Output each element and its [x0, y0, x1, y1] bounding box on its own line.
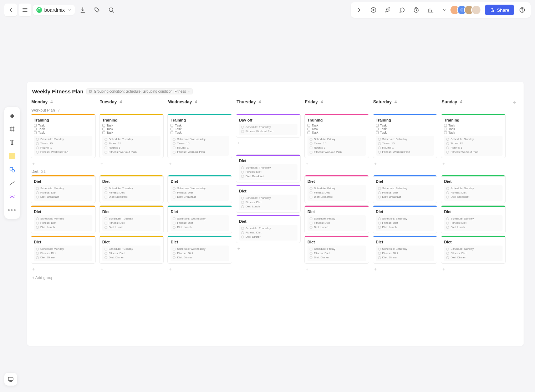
add-card[interactable]: +	[236, 140, 301, 146]
add-card[interactable]: +	[441, 160, 506, 167]
diet-card[interactable]: Diet Schedule: Thursday Fitness: Diet Di…	[236, 185, 301, 213]
training-card[interactable]: Training TaskTaskTask Schedule: Tuesday …	[99, 114, 164, 158]
diet-card[interactable]: Diet Schedule: Saturday Fitness: Diet Di…	[373, 205, 438, 233]
shape-tool[interactable]	[6, 164, 18, 175]
diet-card[interactable]: Diet Schedule: Monday Fitness: Diet Diet…	[31, 205, 96, 233]
add-card[interactable]: +	[99, 266, 164, 273]
diet-card[interactable]: Diet Schedule: Sunday Fitness: Diet Diet…	[441, 205, 506, 233]
connector-tool[interactable]	[6, 177, 18, 189]
diet-card[interactable]: Diet Schedule: Tuesday Fitness: Diet Die…	[99, 175, 164, 203]
column-header[interactable]: Monday 4	[31, 98, 96, 106]
comment-button[interactable]	[396, 4, 408, 16]
card-meta: Diet: Lunch	[310, 225, 364, 229]
frame-tool[interactable]	[6, 123, 18, 135]
add-card[interactable]: +	[373, 160, 438, 167]
column-header[interactable]: Sunday 4	[441, 98, 506, 106]
presentation-widget[interactable]	[4, 373, 17, 386]
training-card[interactable]: Training TaskTaskTask Schedule: Monday T…	[31, 114, 96, 158]
card-meta: Fitness: Diet	[173, 221, 227, 225]
column-header[interactable]: Tuesday 4	[99, 98, 164, 106]
diet-card[interactable]: Diet Schedule: Thursday Fitness: Diet Di…	[236, 215, 301, 243]
sticky-tool[interactable]	[6, 150, 18, 162]
add-card[interactable]: +	[373, 266, 438, 273]
shapes-tool[interactable]: ◆	[6, 110, 18, 121]
celebrate-button[interactable]	[381, 4, 394, 16]
grouping-condition[interactable]: Grouping condition: Schedule; Grouping c…	[86, 88, 193, 94]
training-card[interactable]: Training TaskTaskTask Schedule: Wednesda…	[167, 114, 232, 158]
training-card[interactable]: Training TaskTaskTask Schedule: Friday T…	[304, 114, 369, 158]
task-item: Task	[102, 131, 161, 134]
timer-button[interactable]	[410, 4, 423, 16]
day-column: Wednesday 4 Training TaskTaskTask Schedu…	[167, 98, 232, 273]
task-item: Task	[102, 124, 161, 127]
add-card[interactable]: +	[167, 266, 232, 273]
column-header[interactable]: Thursday 4	[236, 98, 301, 106]
svg-point-2	[371, 7, 376, 12]
play-button[interactable]	[367, 4, 380, 16]
card-meta: Diet: Lunch	[173, 225, 227, 229]
card-title: Diet	[376, 240, 434, 244]
training-card[interactable]: Training TaskTaskTask Schedule: Sunday T…	[441, 114, 506, 158]
add-group[interactable]: + Add group	[31, 273, 96, 283]
diet-card[interactable]: Diet Schedule: Saturday Fitness: Diet Di…	[373, 175, 438, 203]
share-button[interactable]: Share	[485, 5, 514, 15]
add-column[interactable]: +	[509, 98, 520, 106]
diet-card[interactable]: Diet Schedule: Friday Fitness: Diet Diet…	[304, 175, 369, 203]
brand-dropdown[interactable]: boardmix	[33, 5, 75, 15]
add-card[interactable]: +	[31, 266, 96, 273]
card-title: Diet	[170, 179, 229, 184]
diet-card[interactable]: Diet Schedule: Wednesday Fitness: Diet D…	[167, 175, 232, 203]
card-meta: Diet: Breakfast	[446, 195, 500, 199]
task-item: Task	[170, 131, 229, 134]
diet-card[interactable]: Diet Schedule: Monday Fitness: Diet Diet…	[31, 175, 96, 203]
training-card[interactable]: Training TaskTaskTask Schedule: Saturday…	[373, 114, 438, 158]
more-tools[interactable]: •••	[6, 205, 18, 216]
add-card[interactable]: +	[99, 160, 164, 167]
diet-card[interactable]: Diet Schedule: Tuesday Fitness: Diet Die…	[99, 236, 164, 264]
add-card[interactable]: +	[167, 160, 232, 167]
mindmap-tool[interactable]	[6, 191, 18, 202]
chart-button[interactable]	[424, 4, 437, 16]
day-column: Monday 4Workout Plan 7 Training TaskTask…	[31, 98, 96, 283]
column-header[interactable]: Friday 4	[304, 98, 369, 106]
brand-name: boardmix	[44, 7, 65, 13]
diet-card[interactable]: Diet Schedule: Monday Fitness: Diet Diet…	[31, 236, 96, 264]
add-card[interactable]: +	[304, 266, 369, 273]
diet-card[interactable]: Diet Schedule: Tuesday Fitness: Diet Die…	[99, 205, 164, 233]
avatar	[471, 5, 481, 15]
dayoff-card[interactable]: Day off Schedule: ThursdayFitness: Worko…	[236, 114, 301, 138]
card-meta: Schedule: Friday	[310, 217, 364, 221]
diet-card[interactable]: Diet Schedule: Thursday Fitness: Diet Di…	[236, 154, 301, 182]
diet-card[interactable]: Diet Schedule: Friday Fitness: Diet Diet…	[304, 205, 369, 233]
card-title: Diet	[170, 210, 229, 214]
menu-button[interactable]	[19, 4, 31, 16]
add-card[interactable]: +	[304, 160, 369, 167]
download-button[interactable]	[76, 4, 89, 16]
text-tool[interactable]: T	[6, 137, 18, 148]
add-card[interactable]: +	[236, 245, 301, 252]
help-button[interactable]	[516, 4, 529, 16]
column-header[interactable]: Wednesday 4	[167, 98, 232, 106]
back-button[interactable]	[4, 4, 17, 16]
task-item: Task	[170, 124, 229, 127]
card-title: Diet	[444, 179, 503, 184]
expand-button[interactable]	[353, 4, 366, 16]
diet-card[interactable]: Diet Schedule: Sunday Fitness: Diet Diet…	[441, 236, 506, 264]
tag-button[interactable]	[91, 4, 103, 16]
collaborator-avatars[interactable]: O	[453, 5, 481, 15]
card-meta: Fitness: Workout Plan	[310, 150, 364, 154]
diet-card[interactable]: Diet Schedule: Friday Fitness: Diet Diet…	[304, 236, 369, 264]
diet-card[interactable]: Diet Schedule: Wednesday Fitness: Diet D…	[167, 236, 232, 264]
search-button[interactable]	[105, 4, 118, 16]
diet-card[interactable]: Diet Schedule: Sunday Fitness: Diet Diet…	[441, 175, 506, 203]
card-meta: Fitness: Workout Plan	[241, 129, 295, 134]
diet-card[interactable]: Diet Schedule: Saturday Fitness: Diet Di…	[373, 236, 438, 264]
more-dropdown[interactable]	[438, 4, 451, 16]
add-card[interactable]: +	[31, 160, 96, 167]
diet-card[interactable]: Diet Schedule: Wednesday Fitness: Diet D…	[167, 205, 232, 233]
column-header[interactable]: Saturday 4	[373, 98, 438, 106]
card-meta: Schedule: Sunday	[446, 247, 500, 251]
card-meta: Schedule: Tuesday	[105, 137, 159, 141]
add-card[interactable]: +	[441, 266, 506, 273]
card-meta: Round: 1	[378, 146, 432, 150]
